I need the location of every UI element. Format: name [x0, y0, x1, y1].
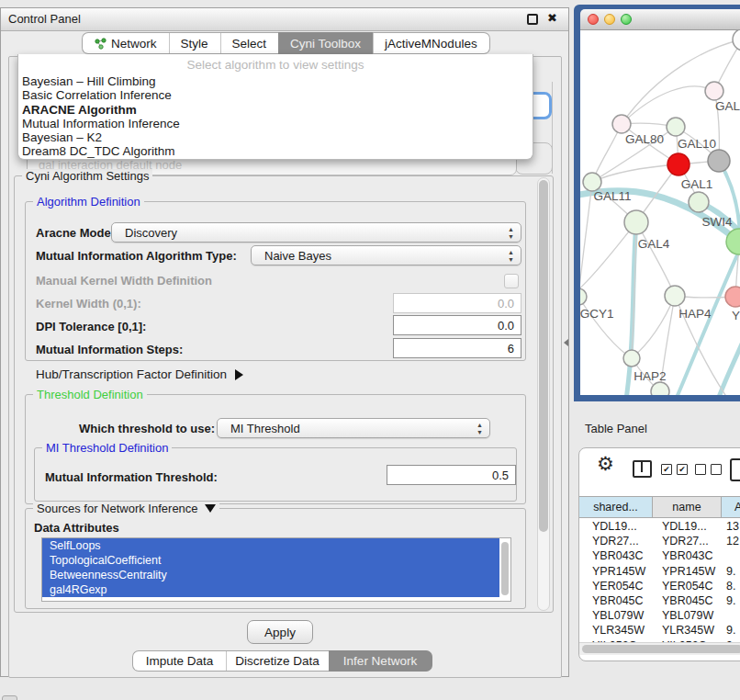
dpi-tolerance-value: 0.0 — [498, 319, 514, 333]
table-row[interactable]: YER054CYER054C8. — [579, 579, 740, 593]
expanded-arrow-icon[interactable] — [205, 504, 216, 513]
network-window: GALGAL80GAL10GAL1GAL11SWI4GAL4GCY1HAP4YH… — [574, 5, 740, 401]
tab-select[interactable]: Select — [220, 32, 279, 54]
zoom-window-icon[interactable] — [621, 14, 632, 25]
dropdown-item[interactable]: Mutual Information Inference — [18, 117, 533, 130]
table-cell: YDL19... — [579, 519, 653, 534]
network-node[interactable] — [624, 210, 648, 234]
tab-cyni-toolbox[interactable]: Cyni Toolbox — [278, 32, 373, 54]
aracne-mode-combo[interactable]: Discovery ▲▼ — [111, 222, 521, 243]
control-panel-tabbar: Network Style Select Cyni Toolbox jActiv… — [82, 32, 490, 54]
table-panel-title: Table Panel — [585, 422, 647, 435]
apply-button[interactable]: Apply — [247, 620, 313, 644]
table-row[interactable]: YBL079WYBL079W — [579, 608, 740, 623]
network-node[interactable] — [612, 115, 631, 133]
network-canvas[interactable]: GALGAL80GAL10GAL1GAL11SWI4GAL4GCY1HAP4YH… — [580, 30, 740, 395]
control-panel: Control Panel ✖ Network Style Select — [0, 7, 569, 677]
unchecked-box-icon — [711, 464, 722, 475]
table-cell: 9. — [722, 564, 740, 579]
attribute-item[interactable]: SelfLoops — [42, 538, 499, 553]
mi-steps-field[interactable]: 6 — [393, 338, 521, 358]
mi-type-combo[interactable]: Naive Bayes ▲▼ — [251, 245, 521, 265]
attribute-item[interactable]: gal4RGexp — [42, 582, 499, 597]
network-node[interactable] — [733, 30, 740, 51]
network-icon — [95, 38, 107, 50]
tab-discretize-data[interactable]: Discretize Data — [226, 650, 329, 672]
manual-kernel-label: Manual Kernel Width Definition — [36, 274, 212, 288]
new-table-icon[interactable] — [730, 458, 740, 481]
network-node[interactable] — [583, 173, 601, 191]
tab-infer-network[interactable]: Infer Network — [329, 650, 432, 672]
network-node[interactable] — [667, 153, 690, 175]
network-window-titlebar[interactable] — [580, 9, 740, 30]
column-header-partial[interactable]: A — [722, 497, 740, 517]
divider-collapse-arrow[interactable] — [564, 339, 568, 346]
mi-threshold-field[interactable]: 0.5 — [387, 465, 516, 485]
table-row[interactable]: YPR145WYPR145W9. — [579, 564, 740, 579]
tab-style-label: Style — [181, 37, 208, 51]
apply-button-label: Apply — [264, 626, 296, 639]
dropdown-prompt: Select algorithm to view settings — [18, 54, 533, 74]
node-label: HAP4 — [678, 307, 712, 321]
close-window-icon[interactable] — [588, 14, 599, 25]
dropdown-item[interactable]: Basic Correlation Inference — [18, 88, 533, 102]
select-all-columns-icon[interactable]: ✔ ✔ — [661, 464, 688, 475]
table-row[interactable]: YDL19...YDL19...13 — [579, 519, 740, 534]
attribute-item[interactable]: BetweennessCentrality — [42, 568, 499, 582]
table-row[interactable]: YBR045CYBR045C9. — [579, 593, 740, 608]
table-cell: YBR045C — [653, 593, 722, 608]
dropdown-item[interactable]: ARACNE Algorithm — [18, 103, 533, 117]
network-node[interactable] — [651, 382, 669, 395]
table-cell: 13 — [722, 519, 740, 534]
tab-style[interactable]: Style — [169, 32, 220, 54]
network-node[interactable] — [623, 350, 640, 367]
manual-kernel-checkbox[interactable] — [504, 274, 519, 288]
dropdown-item[interactable]: Dream8 DC_TDC Algorithm — [18, 144, 533, 158]
mi-type-value: Naive Bayes — [264, 249, 331, 263]
tab-jactivemnodules[interactable]: jActiveMNodules — [373, 32, 490, 54]
column-header-shared-name[interactable]: shared... — [579, 497, 653, 517]
bottom-left-partial-icon[interactable] — [2, 695, 17, 700]
horizontal-scrollbar[interactable] — [579, 642, 740, 655]
table-row[interactable]: YBR043CYBR043C — [579, 548, 740, 563]
table-cell: YPR145W — [579, 564, 653, 579]
column-header-name[interactable]: name — [653, 497, 722, 517]
gear-icon[interactable]: ⚙ — [597, 453, 614, 475]
network-node[interactable] — [708, 150, 730, 172]
split-columns-icon[interactable] — [633, 460, 652, 478]
minimize-window-icon[interactable] — [604, 14, 615, 25]
table-header: shared... name A — [579, 496, 740, 518]
network-node[interactable] — [725, 287, 740, 307]
settings-vertical-scrollbar[interactable] — [537, 177, 550, 611]
which-threshold-combo[interactable]: MI Threshold ▲▼ — [217, 418, 490, 438]
dropdown-item[interactable]: Bayesian – K2 — [18, 130, 533, 144]
data-attributes-list[interactable]: SelfLoopsTopologicalCoefficientBetweenne… — [41, 537, 511, 602]
data-attributes-label: Data Attributes — [34, 521, 119, 535]
dpi-tolerance-field[interactable]: 0.0 — [393, 315, 521, 335]
tab-impute-data[interactable]: Impute Data — [132, 650, 226, 672]
network-node[interactable] — [665, 286, 685, 306]
table-cell: YBR043C — [653, 548, 722, 563]
table-row[interactable]: YLR345WYLR345W9. — [579, 623, 740, 638]
settings-group-title: Cyni Algorithm Settings — [22, 169, 152, 183]
close-icon[interactable]: ✖ — [547, 11, 557, 25]
kernel-width-field[interactable]: 0.0 — [393, 293, 521, 313]
hub-definition-toggle[interactable]: Hub/Transcription Factor Definition — [36, 367, 243, 381]
aracne-mode-value: Discovery — [125, 226, 177, 240]
network-node[interactable] — [580, 288, 587, 305]
stepper-arrows-icon: ▲▼ — [508, 226, 514, 241]
network-node[interactable] — [689, 192, 709, 212]
tab-network[interactable]: Network — [82, 32, 169, 54]
scrollbar-thumb[interactable] — [582, 645, 740, 653]
table-cell: 9. — [722, 593, 740, 608]
float-window-icon[interactable] — [527, 14, 538, 25]
table-cell: YBL079W — [579, 608, 653, 623]
scrollbar-thumb[interactable] — [539, 180, 548, 532]
list-scrollbar-thumb[interactable] — [501, 542, 509, 595]
dropdown-item[interactable]: Bayesian – Hill Climbing — [18, 74, 533, 88]
deselect-all-columns-icon[interactable] — [695, 464, 722, 475]
network-node[interactable] — [667, 118, 685, 136]
table-row[interactable]: YDR27...YDR27...12 — [579, 534, 740, 548]
attribute-item[interactable]: TopologicalCoefficient — [42, 553, 499, 568]
network-node[interactable] — [705, 82, 723, 100]
